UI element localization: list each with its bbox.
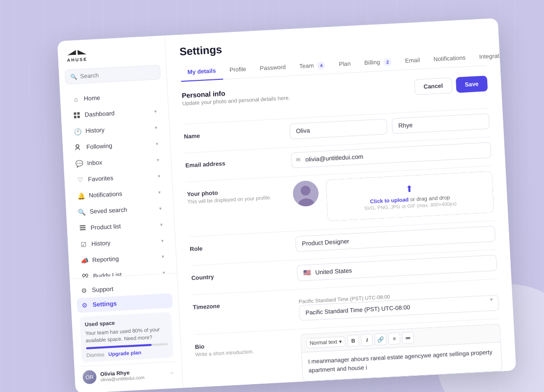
card-wrapper: AHUSE 🔍 ⌂ Home bbox=[57, 18, 516, 392]
name-row: Name bbox=[184, 113, 490, 145]
tab-password[interactable]: Password bbox=[253, 59, 293, 78]
sidebar-item-label: Favorites bbox=[88, 174, 113, 183]
progress-bar-fill bbox=[86, 344, 152, 349]
link-button[interactable]: 🔗 bbox=[374, 333, 387, 345]
billing-badge: 2 bbox=[383, 58, 392, 66]
saved-search-icon: 🔍 bbox=[78, 208, 86, 216]
country-select[interactable]: 🇺🇸 United States bbox=[297, 255, 497, 281]
svg-rect-3 bbox=[77, 116, 80, 118]
italic-button[interactable]: I bbox=[361, 334, 373, 346]
tab-profile[interactable]: Profile bbox=[223, 61, 254, 79]
last-name-input[interactable] bbox=[392, 113, 490, 134]
country-value: United States bbox=[315, 267, 352, 276]
chevron-down-icon: ▾ bbox=[339, 338, 343, 344]
chevron-down-icon: ▾ bbox=[155, 124, 158, 130]
logo-wing-left-icon bbox=[67, 50, 76, 55]
svg-point-9 bbox=[85, 274, 88, 276]
sidebar: AHUSE 🔍 ⌂ Home bbox=[57, 36, 183, 392]
team-badge: 4 bbox=[317, 62, 325, 70]
chevron-down-icon: ▾ bbox=[159, 205, 162, 211]
svg-rect-2 bbox=[74, 116, 76, 118]
user-info: Olivia Rhye olivia@untitledui.com bbox=[100, 368, 165, 382]
history-icon: 🕐 bbox=[74, 127, 82, 136]
used-space-box: Used space Your team has used 80% of you… bbox=[79, 312, 173, 363]
role-row: Role bbox=[190, 226, 496, 258]
search-input[interactable] bbox=[80, 69, 155, 80]
main-card: AHUSE 🔍 ⌂ Home bbox=[57, 18, 516, 392]
upgrade-button[interactable]: Upgrade plan bbox=[108, 349, 142, 357]
inbox-icon: 💬 bbox=[75, 160, 84, 168]
form-actions: Cancel Save bbox=[414, 75, 488, 95]
name-label: Name bbox=[184, 128, 282, 140]
tab-team[interactable]: Team 4 bbox=[292, 57, 332, 76]
country-label: Country bbox=[191, 270, 289, 281]
country-flag-icon: 🇺🇸 bbox=[303, 269, 312, 277]
user-profile: OR Olivia Rhye olivia@untitledui.com → bbox=[80, 361, 177, 388]
list-button[interactable]: ≡ bbox=[388, 332, 400, 344]
chevron-down-icon: ▾ bbox=[158, 189, 161, 195]
bold-button[interactable]: B bbox=[347, 335, 359, 347]
bio-row: Bio Write a short introduction. Normal t… bbox=[195, 324, 502, 388]
tab-notifications[interactable]: Notifications bbox=[426, 50, 473, 69]
sidebar-item-label: Following bbox=[86, 142, 112, 150]
logout-icon[interactable]: → bbox=[168, 369, 174, 376]
sidebar-item-label: Dashboard bbox=[84, 110, 115, 118]
avatar: OR bbox=[82, 370, 97, 384]
sidebar-item-label: History bbox=[85, 126, 105, 134]
sidebar-item-label: Reporting bbox=[92, 255, 119, 264]
tab-plan[interactable]: Plan bbox=[332, 56, 358, 74]
reporting-icon: 📣 bbox=[80, 256, 89, 265]
support-icon: ⚙ bbox=[80, 286, 88, 294]
svg-point-4 bbox=[76, 145, 79, 147]
following-icon bbox=[74, 144, 83, 152]
tab-my-details[interactable]: My details bbox=[180, 63, 223, 81]
avatar-preview bbox=[292, 180, 319, 207]
upload-area[interactable]: ⬆ Click to upload or drag and drop SVG, … bbox=[325, 171, 494, 221]
first-name-input[interactable] bbox=[289, 119, 387, 139]
favorites-icon: ♡ bbox=[76, 176, 84, 184]
settings-body: Personal info Update your photo and pers… bbox=[167, 65, 516, 388]
dismiss-button[interactable]: Dismiss bbox=[86, 351, 104, 358]
role-label: Role bbox=[190, 241, 288, 252]
tab-billing[interactable]: Billing 2 bbox=[357, 54, 399, 73]
personal-info-header: Personal info Update your photo and pers… bbox=[182, 86, 291, 116]
sidebar-item-label: History bbox=[91, 240, 111, 247]
sidebar-item-label: Product list bbox=[90, 223, 121, 231]
svg-rect-0 bbox=[74, 112, 76, 115]
logo-shape: AHUSE bbox=[67, 49, 88, 63]
timezone-row: Timezone Pacific Standard Time (PST) UTC… bbox=[193, 284, 499, 327]
country-row: Country 🇺🇸 United States bbox=[191, 255, 497, 287]
product-list-icon bbox=[78, 224, 87, 232]
svg-rect-6 bbox=[80, 227, 86, 229]
email-row: Email address ✉ bbox=[185, 142, 492, 174]
logo-text: AHUSE bbox=[67, 57, 88, 63]
chevron-down-icon: ▾ bbox=[157, 173, 160, 178]
used-space-actions: Dismiss Upgrade plan bbox=[86, 348, 168, 358]
sidebar-item-label: Inbox bbox=[87, 159, 102, 167]
settings-icon: ⚙ bbox=[81, 301, 89, 309]
tab-email[interactable]: Email bbox=[398, 52, 427, 71]
format-select[interactable]: Normal text ▾ bbox=[306, 336, 346, 348]
main-content: Settings My details Profile Password Tea… bbox=[165, 18, 516, 388]
cancel-button[interactable]: Cancel bbox=[414, 77, 452, 95]
notifications-icon: 🔔 bbox=[77, 192, 85, 200]
chevron-down-icon: ▾ bbox=[154, 108, 157, 114]
sidebar-item-label: Seved search bbox=[90, 206, 127, 215]
settings-label: Settings bbox=[93, 300, 117, 308]
logo-wing-right-icon bbox=[77, 49, 86, 55]
history2-icon: ☑ bbox=[79, 240, 88, 248]
sidebar-nav: ⌂ Home Dashb bbox=[60, 84, 177, 278]
tab-integrations[interactable]: Integrations bbox=[472, 48, 516, 67]
sidebar-item-label: Home bbox=[84, 95, 100, 102]
email-icon: ✉ bbox=[296, 157, 301, 163]
chevron-down-icon: ▾ bbox=[160, 221, 163, 227]
chevron-down-icon: ▾ bbox=[161, 238, 164, 243]
svg-rect-5 bbox=[80, 225, 86, 227]
used-space-desc: Your team has used 80% of your available… bbox=[85, 325, 168, 345]
sidebar-bottom: ⚙ Support ⚙ Settings Used space Your tea… bbox=[70, 273, 183, 392]
save-button[interactable]: Save bbox=[456, 75, 488, 93]
email-label: Email address bbox=[185, 157, 283, 169]
chevron-down-icon: ▾ bbox=[156, 141, 159, 146]
ordered-list-button[interactable]: ≔ bbox=[402, 332, 414, 344]
photo-area: ⬆ Click to upload or drag and drop SVG, … bbox=[292, 171, 494, 223]
